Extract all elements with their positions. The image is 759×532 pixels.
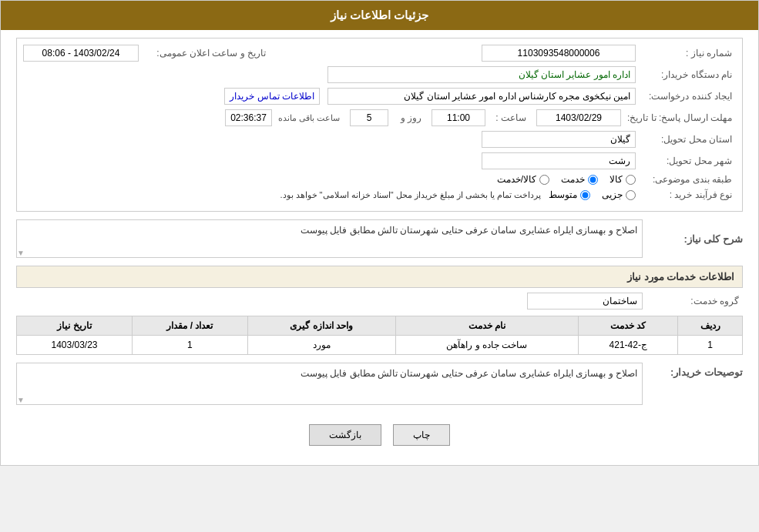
mohlat-rooz-label: روز و: [395, 112, 425, 123]
goroh-label: گروه خدمت:: [643, 296, 743, 306]
cell-vahad: مورد: [247, 336, 395, 355]
noe-motevaset-radio[interactable]: [580, 190, 590, 200]
services-section-title: اطلاعات خدمات مورد نیاز: [16, 266, 743, 288]
row-noe-farayand: نوع فرآیند خرید : جزیی متوسط پرداخت تمام…: [23, 189, 736, 200]
tabaqe-khedmat-item: خدمت: [561, 174, 598, 185]
row-mohlat: مهلت ارسال پاسخ: تا تاریخ: 1403/02/29 سا…: [23, 109, 736, 126]
tabaqe-khedmat-label: خدمت: [561, 174, 585, 185]
col-kod: کد خدمت: [579, 316, 678, 336]
table-header-row: ردیف کد خدمت نام خدمت واحد اندازه گیری ت…: [17, 316, 743, 336]
tabaqe-kala-radio[interactable]: [626, 175, 636, 185]
page-container: جزئیات اطلاعات نیاز شماره نیاز : 1103093…: [0, 0, 759, 466]
noe-note: پرداخت تمام یا بخشی از مبلغ خریداز محل "…: [280, 190, 541, 200]
row-shomara: شماره نیاز : 1103093548000006 تاریخ و سا…: [23, 45, 736, 62]
goroh-value: ساختمان: [527, 293, 643, 309]
row-ijad: ایجاد کننده درخواست: امین نیکخوی مجره کا…: [23, 88, 736, 105]
row-tabaqe: طبقه بندی موضوعی: کالا خدمت کالا/خدمت: [23, 174, 736, 185]
mohlat-label: مهلت ارسال پاسخ: تا تاریخ:: [627, 112, 736, 123]
noe-motevaset-label: متوسط: [549, 189, 577, 200]
row-ostan: استان محل تحویل: گیلان: [23, 131, 736, 148]
col-name: نام خدمت: [395, 316, 578, 336]
shahr-value: رشت: [482, 152, 636, 169]
noe-farayand-label: نوع فرآیند خرید :: [636, 189, 736, 200]
shomara-niaz-label: شماره نیاز :: [636, 48, 736, 59]
table-row: 1 ج-42-421 ساخت جاده و راهآهن مورد 1 140…: [17, 336, 743, 355]
cell-tedad: 1: [132, 336, 247, 355]
mohlat-date: 1403/02/29: [536, 109, 621, 126]
page-header: جزئیات اطلاعات نیاز: [1, 1, 758, 30]
services-table: ردیف کد خدمت نام خدمت واحد اندازه گیری ت…: [16, 316, 743, 355]
noe-motevaset-item: متوسط: [549, 189, 590, 200]
sharh-box: اصلاح و بهسازی ایلراه عشایری سامان عرفی …: [16, 219, 643, 258]
cell-name: ساخت جاده و راهآهن: [395, 336, 578, 355]
shomara-niaz-value: 1103093548000006: [482, 45, 636, 62]
tosih-label: توصیحات خریدار:: [643, 363, 743, 378]
tabaqe-khedmat-radio[interactable]: [588, 175, 598, 185]
main-info-section: شماره نیاز : 1103093548000006 تاریخ و سا…: [16, 38, 743, 212]
buttons-row: چاپ بازگشت: [16, 413, 743, 457]
cell-radif: 1: [678, 336, 743, 355]
tabaqe-kala-item: کالا: [610, 174, 636, 185]
back-button[interactable]: بازگشت: [309, 424, 381, 446]
nam-dastgah-label: نام دستگاه خریدار:: [636, 69, 736, 80]
sharh-value: اصلاح و بهسازی ایلراه عشایری سامان عرفی …: [301, 225, 637, 236]
mohlat-rooz: 5: [350, 109, 388, 126]
shahr-label: شهر محل تحویل:: [636, 156, 736, 166]
mohlat-saat: 11:00: [432, 109, 485, 126]
tabaqe-kala-khedmat-radio[interactable]: [539, 175, 549, 185]
page-title: جزئیات اطلاعات نیاز: [331, 8, 428, 22]
nam-dastgah-value: اداره امور عشایر استان گیلان: [327, 66, 636, 83]
ijad-konande-value: امین نیکخوی مجره کارشناس اداره امور عشای…: [327, 88, 636, 105]
col-tedad: تعداد / مقدار: [132, 316, 247, 336]
table-container: ردیف کد خدمت نام خدمت واحد اندازه گیری ت…: [16, 316, 743, 355]
print-button[interactable]: چاپ: [393, 424, 450, 446]
tarikh-elaan-label: تاریخ و ساعت اعلان عمومی:: [139, 48, 270, 59]
noe-radio-group: جزیی متوسط: [549, 189, 636, 200]
cell-kod: ج-42-421: [579, 336, 678, 355]
ostan-label: استان محل تحویل:: [636, 134, 736, 145]
ettelaat-tamas-link[interactable]: اطلاعات تماس خریدار: [224, 88, 320, 105]
tabaqe-kala-khedmat-label: کالا/خدمت: [497, 174, 536, 185]
row-shahr: شهر محل تحویل: رشت: [23, 152, 736, 169]
ostan-value: گیلان: [482, 131, 636, 148]
tabaqe-kala-khedmat-item: کالا/خدمت: [497, 174, 549, 185]
row-nam-dastgah: نام دستگاه خریدار: اداره امور عشایر استا…: [23, 66, 736, 83]
baqi-mande-value: 02:36:37: [225, 109, 272, 126]
tarikh-elaan-value: 1403/02/24 - 08:06: [23, 45, 139, 62]
tosih-section: توصیحات خریدار: اصلاح و بهسازی ایلراه عش…: [16, 363, 743, 405]
col-radif: ردیف: [678, 316, 743, 336]
tabaqe-radio-group: کالا خدمت کالا/خدمت: [497, 174, 636, 185]
sharh-section: شرح کلی نیاز: اصلاح و بهسازی ایلراه عشای…: [16, 219, 743, 258]
ijad-konande-label: ایجاد کننده درخواست:: [636, 91, 736, 102]
noe-jozii-label: جزیی: [602, 189, 623, 200]
noe-jozii-item: جزیی: [602, 189, 636, 200]
baqi-mande-label: ساعت باقی مانده: [278, 113, 340, 123]
col-tarikh: تاریخ نیاز: [17, 316, 133, 336]
col-vahad: واحد اندازه گیری: [247, 316, 395, 336]
content-area: شماره نیاز : 1103093548000006 تاریخ و سا…: [1, 30, 758, 465]
row-goroh: گروه خدمت: ساختمان: [16, 293, 743, 309]
tosih-value: اصلاح و بهسازی ایلراه عشایری سامان عرفی …: [301, 368, 637, 379]
noe-jozii-radio[interactable]: [626, 190, 636, 200]
sharh-label: شرح کلی نیاز:: [643, 233, 743, 245]
tabaqe-kala-label: کالا: [610, 174, 623, 185]
tabaqe-label: طبقه بندی موضوعی:: [636, 174, 736, 185]
cell-tarikh: 1403/03/23: [17, 336, 133, 355]
mohlat-saat-label: ساعت :: [492, 112, 530, 123]
tosih-box: اصلاح و بهسازی ایلراه عشایری سامان عرفی …: [16, 363, 643, 405]
